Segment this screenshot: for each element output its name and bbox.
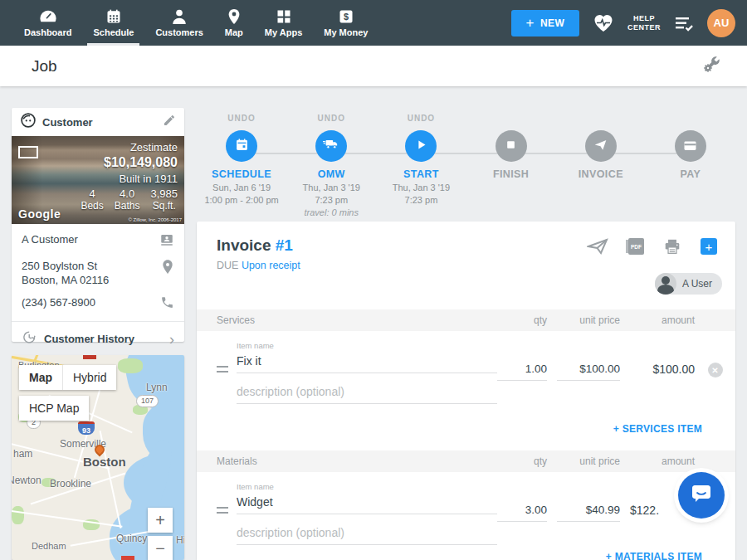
beds-value: 4: [81, 187, 103, 200]
map-label: Newton: [12, 475, 42, 486]
truck-icon: [323, 138, 339, 154]
phone-icon[interactable]: [160, 295, 174, 313]
add-invoice-button[interactable]: +: [701, 238, 717, 255]
assigned-user-pill[interactable]: A User: [655, 273, 722, 295]
invoice-actions: PDF +: [587, 238, 717, 255]
customer-card-title: Customer: [42, 116, 93, 129]
due-terms-link[interactable]: Upon receipt: [242, 260, 300, 271]
add-materials-item-link[interactable]: + MATERIALS ITEM: [606, 551, 702, 560]
calendar-icon: [235, 138, 249, 155]
timeline-step-pay: PAY: [646, 104, 735, 222]
history-clock-icon: [22, 330, 36, 348]
nav-item-schedule[interactable]: Schedule: [82, 0, 144, 46]
qty-column-header: qty: [497, 314, 547, 326]
qty-column-header: qty: [497, 455, 547, 467]
timeline-step-finish: FINISH: [466, 104, 556, 222]
zillow-copyright: © Zillow, Inc. 2006-2017: [129, 217, 182, 222]
service-item-row: Item name $100.00 ✕: [197, 331, 735, 404]
unit-price-column-header: unit price: [557, 314, 620, 326]
pdf-icon[interactable]: PDF: [628, 238, 644, 255]
send-invoice-icon[interactable]: [587, 238, 608, 255]
hcp-map-toggle: HCP Map: [19, 396, 89, 421]
undo-omw-link[interactable]: UNDO: [318, 114, 345, 127]
timeline-step-schedule: UNDO SCHEDULE Sun, Jan 6 '191:00 pm - 2:…: [197, 104, 286, 222]
invoice-number[interactable]: #1: [276, 236, 293, 254]
map-zoom-out-button[interactable]: −: [148, 536, 173, 560]
location-pin-icon[interactable]: [161, 259, 174, 279]
nav-label: My Money: [324, 27, 368, 37]
nav-item-dashboard[interactable]: Dashboard: [13, 0, 82, 46]
service-amount: $100.00: [627, 363, 695, 404]
step-dates: Thu, Jan 3 '197:23 pm: [393, 182, 450, 207]
contact-card-icon[interactable]: [159, 232, 174, 251]
drag-handle[interactable]: [217, 366, 228, 373]
service-qty-input[interactable]: [497, 361, 547, 381]
material-qty-input[interactable]: [497, 502, 547, 522]
add-services-item-link[interactable]: + SERVICES ITEM: [613, 423, 702, 435]
new-button[interactable]: + NEW: [511, 10, 579, 37]
step-label: FINISH: [493, 168, 529, 180]
credit-card-icon[interactable]: [675, 130, 706, 162]
user-avatar[interactable]: AU: [707, 9, 735, 37]
material-item-row: Item name $122.: [197, 472, 735, 545]
map-widget[interactable]: Burlington Lynn Somerville Boston ham Ne…: [12, 355, 184, 560]
material-description-input[interactable]: [237, 524, 497, 545]
timeline-step-start: UNDO START Thu, Jan 3 '197:23 pm: [376, 104, 466, 222]
beds-label: Beds: [81, 200, 103, 212]
map-marker-cutoff: [121, 556, 134, 560]
amount-column-header: amount: [627, 314, 695, 326]
user-avatar-icon: [655, 273, 676, 295]
zestimate-overlay: Zestimate $10,149,080 Built in 1911 4Bed…: [81, 141, 178, 212]
built-year: Built in 1911: [81, 173, 178, 185]
customer-history-row[interactable]: Customer History ›: [22, 322, 174, 355]
service-name-input[interactable]: [237, 353, 497, 373]
undo-start-link[interactable]: UNDO: [408, 114, 435, 127]
start-step-button[interactable]: [405, 130, 437, 162]
map-park: [12, 506, 24, 524]
nav-label: Customers: [155, 27, 203, 37]
nav-item-customers[interactable]: Customers: [144, 0, 213, 46]
service-unit-price-input[interactable]: [557, 361, 620, 381]
apps-grid-icon: [276, 8, 292, 27]
nav-item-my-money[interactable]: $ My Money: [313, 0, 378, 46]
amount-column-header: amount: [627, 455, 695, 467]
schedule-step-button[interactable]: [226, 130, 257, 162]
chevron-right-icon: ›: [169, 334, 174, 345]
omw-step-button[interactable]: [315, 130, 347, 162]
step-label: SCHEDULE: [212, 168, 271, 180]
property-stats: 4Beds 4.0Baths 3,985Sq.ft.: [81, 187, 178, 212]
material-name-input[interactable]: [237, 494, 497, 514]
hcp-map-button[interactable]: HCP Map: [19, 396, 89, 421]
customer-card: Customer Zestimate $10,149,080 Built in …: [12, 108, 184, 342]
job-progress-timeline: UNDO SCHEDULE Sun, Jan 6 '191:00 pm - 2:…: [197, 104, 735, 222]
print-icon[interactable]: [664, 239, 681, 255]
step-dates: Sun, Jan 6 '191:00 pm - 2:00 pm: [204, 182, 278, 207]
task-list-check-icon[interactable]: [674, 15, 694, 32]
help-center-link[interactable]: HELP CENTER: [627, 14, 661, 32]
nav-item-my-apps[interactable]: My Apps: [254, 0, 313, 46]
nav-item-map[interactable]: Map: [214, 0, 254, 46]
chat-support-fab[interactable]: [678, 472, 725, 519]
nav-label: My Apps: [265, 27, 302, 37]
delete-service-item-button[interactable]: ✕: [708, 363, 723, 377]
service-description-input[interactable]: [237, 383, 497, 404]
customer-name: A Customer: [22, 232, 78, 246]
money-dollar-icon: $: [338, 8, 354, 27]
invoice-step-button[interactable]: [585, 130, 617, 162]
zestimate-value: $10,149,080: [81, 155, 178, 170]
nav-label: Map: [225, 27, 243, 37]
health-heart-icon[interactable]: [593, 13, 614, 33]
step-label: INVOICE: [579, 168, 623, 180]
map-type-map-button[interactable]: Map: [19, 365, 62, 390]
map-type-hybrid-button[interactable]: Hybrid: [62, 365, 116, 390]
job-settings-tools-icon[interactable]: [702, 56, 722, 77]
drag-handle[interactable]: [217, 507, 228, 514]
step-label: PAY: [681, 168, 701, 180]
property-photo[interactable]: Zestimate $10,149,080 Built in 1911 4Bed…: [12, 136, 184, 224]
material-unit-price-input[interactable]: [557, 502, 620, 522]
edit-pencil-icon[interactable]: [163, 114, 176, 130]
map-zoom-in-button[interactable]: +: [148, 508, 173, 533]
undo-schedule-link[interactable]: UNDO: [227, 114, 255, 127]
streetview-frame-icon: [18, 146, 38, 158]
finish-step-button[interactable]: [496, 130, 527, 162]
